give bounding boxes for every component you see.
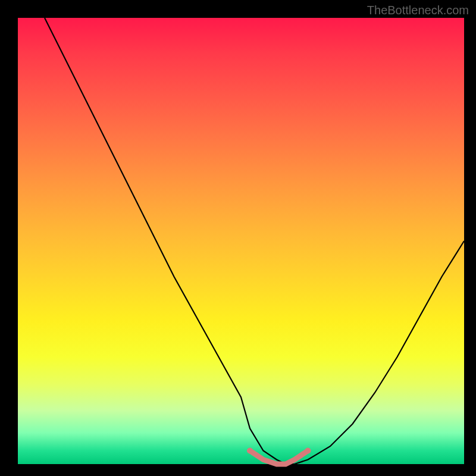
bottleneck-curve [45, 18, 464, 464]
attribution-text: TheBottleneck.com [367, 4, 469, 17]
optimal-marker-dot-right [305, 448, 311, 454]
chart-plot-area [18, 18, 464, 464]
optimal-marker-dot-left [247, 448, 253, 454]
chart-svg [18, 18, 464, 464]
